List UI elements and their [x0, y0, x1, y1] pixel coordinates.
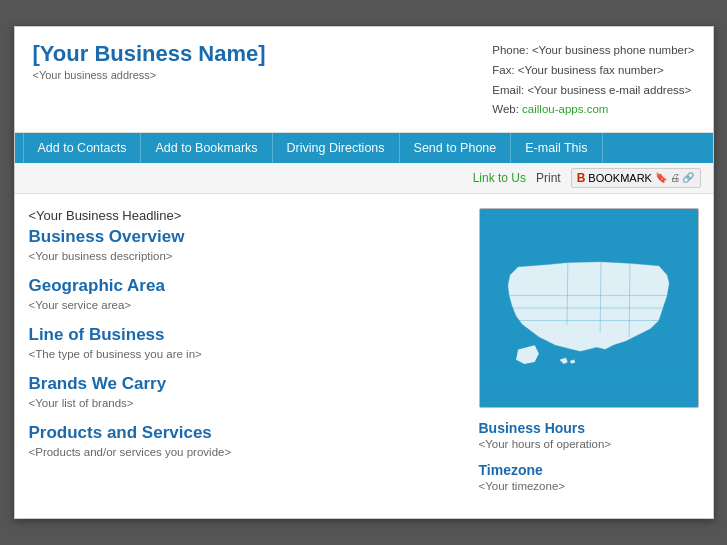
right-section-title-1: Timezone [479, 462, 699, 478]
right-section-desc-0: <Your hours of operation> [479, 438, 699, 450]
header-left: [Your Business Name] <Your business addr… [33, 41, 266, 81]
section-desc-0: <Your business description> [29, 250, 465, 262]
section-desc-1: <Your service area> [29, 299, 465, 311]
business-address: <Your business address> [33, 69, 266, 81]
section-title-4: Products and Services [29, 423, 465, 443]
right-section-desc-1: <Your timezone> [479, 480, 699, 492]
bookmark-icons: 🔖 🖨 🔗 [655, 172, 695, 183]
bookmark-label: BOOKMARK [588, 172, 652, 184]
fax-label: Fax: <Your business fax number> [492, 61, 694, 81]
toolbar-row: Link to Us Print B BOOKMARK 🔖 🖨 🔗 [15, 163, 713, 194]
phone-label: Phone: <Your business phone number> [492, 41, 694, 61]
us-map-svg [485, 214, 692, 402]
section-title-0: Business Overview [29, 227, 465, 247]
email-label: Email: <Your business e-mail address> [492, 81, 694, 101]
nav-bar: Add to Contacts Add to Bookmarks Driving… [15, 133, 713, 163]
nav-add-bookmarks[interactable]: Add to Bookmarks [141, 133, 272, 163]
header: [Your Business Name] <Your business addr… [15, 27, 713, 132]
page-wrapper: [Your Business Name] <Your business addr… [14, 26, 714, 518]
section-title-3: Brands We Carry [29, 374, 465, 394]
section-desc-2: <The type of business you are in> [29, 348, 465, 360]
left-panel: <Your Business Headline> Business Overvi… [29, 208, 465, 504]
bookmark-button[interactable]: B BOOKMARK 🔖 🖨 🔗 [571, 168, 701, 188]
header-right: Phone: <Your business phone number> Fax:… [492, 41, 694, 119]
section-title-1: Geographic Area [29, 276, 465, 296]
section-title-2: Line of Business [29, 325, 465, 345]
nav-send-to-phone[interactable]: Send to Phone [400, 133, 512, 163]
web-link[interactable]: caillou-apps.com [522, 103, 608, 115]
business-headline: <Your Business Headline> [29, 208, 465, 223]
business-name: [Your Business Name] [33, 41, 266, 67]
link-to-us[interactable]: Link to Us [473, 171, 526, 185]
right-section-title-0: Business Hours [479, 420, 699, 436]
web-label: Web: caillou-apps.com [492, 100, 694, 120]
nav-email-this[interactable]: E-mail This [511, 133, 602, 163]
section-desc-3: <Your list of brands> [29, 397, 465, 409]
nav-add-contacts[interactable]: Add to Contacts [23, 133, 142, 163]
nav-driving-directions[interactable]: Driving Directions [273, 133, 400, 163]
main-content: <Your Business Headline> Business Overvi… [15, 194, 713, 518]
right-panel: Business Hours <Your hours of operation>… [479, 208, 699, 504]
print-button[interactable]: Print [536, 171, 561, 185]
map-container [479, 208, 699, 408]
bookmark-icon: B [577, 171, 586, 185]
section-desc-4: <Products and/or services you provide> [29, 446, 465, 458]
